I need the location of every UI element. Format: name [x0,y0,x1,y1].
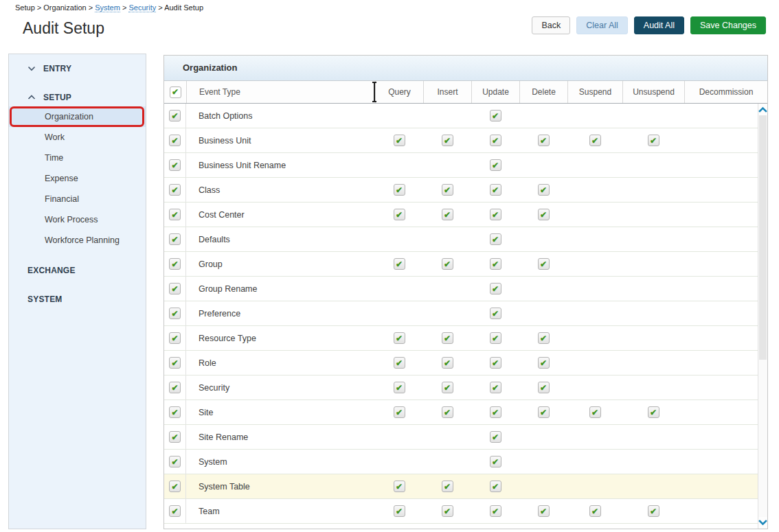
audit-checkbox-delete[interactable]: ✔ [538,357,550,369]
audit-checkbox-unsuspend[interactable]: ✔ [648,505,659,517]
audit-checkbox-delete[interactable]: ✔ [538,135,550,146]
scroll-down-button[interactable] [758,517,767,529]
sidebar-item-financial[interactable]: Financial [9,189,146,209]
audit-checkbox-update[interactable]: ✔ [490,505,501,517]
sidebar-section-setup[interactable]: SETUP [9,89,146,106]
audit-checkbox-insert[interactable]: ✔ [442,382,453,393]
sidebar-item-workforce-planning[interactable]: Workforce Planning [9,230,146,251]
breadcrumb-item-security[interactable]: Security [128,3,156,12]
audit-checkbox-query[interactable]: ✔ [394,481,405,492]
audit-checkbox-update[interactable]: ✔ [490,233,501,245]
audit-checkbox-delete[interactable]: ✔ [538,382,550,393]
audit-checkbox-update[interactable]: ✔ [490,209,501,220]
save-changes-button[interactable]: Save Changes [690,16,766,34]
row-select-checkbox[interactable]: ✔ [169,382,181,393]
audit-checkbox-suspend[interactable]: ✔ [589,505,601,517]
audit-checkbox-query[interactable]: ✔ [394,382,405,393]
sidebar-section-system[interactable]: SYSTEM [9,290,146,308]
scroll-up-button[interactable] [758,104,767,115]
audit-checkbox-update[interactable]: ✔ [490,382,501,393]
row-select-checkbox[interactable]: ✔ [169,110,181,122]
audit-checkbox-unsuspend[interactable]: ✔ [648,406,659,418]
audit-checkbox-update[interactable]: ✔ [490,308,501,319]
row-select-checkbox[interactable]: ✔ [169,481,181,492]
audit-cell-insert: ✔ [423,203,471,227]
audit-checkbox-query[interactable]: ✔ [394,258,405,270]
audit-checkbox-insert[interactable]: ✔ [442,481,453,492]
row-select-checkbox[interactable]: ✔ [169,431,181,443]
sidebar-item-work[interactable]: Work [9,127,146,148]
audit-checkbox-query[interactable]: ✔ [394,184,405,196]
sidebar-item-time[interactable]: Time [9,148,146,168]
row-select-checkbox[interactable]: ✔ [169,233,181,245]
check-icon: ✔ [591,408,598,416]
audit-checkbox-insert[interactable]: ✔ [442,209,453,220]
breadcrumb-separator: > [120,3,129,12]
table-row-role: ✔Role✔✔✔✔ [164,351,758,375]
sidebar-item-expense[interactable]: Expense [9,168,146,189]
audit-checkbox-delete[interactable]: ✔ [538,332,550,344]
audit-checkbox-suspend[interactable]: ✔ [589,135,601,146]
audit-checkbox-insert[interactable]: ✔ [442,357,453,369]
audit-checkbox-insert[interactable]: ✔ [442,184,453,196]
row-select-checkbox[interactable]: ✔ [169,159,181,171]
row-select-checkbox[interactable]: ✔ [169,209,181,220]
audit-checkbox-delete[interactable]: ✔ [538,406,550,418]
column-resize-handle[interactable] [374,82,375,102]
audit-checkbox-delete[interactable]: ✔ [538,184,550,196]
clear-all-button[interactable]: Clear All [576,16,628,34]
audit-checkbox-update[interactable]: ✔ [490,332,501,344]
row-select-checkbox[interactable]: ✔ [169,456,181,467]
row-select-checkbox[interactable]: ✔ [169,184,181,196]
audit-checkbox-delete[interactable]: ✔ [538,505,550,517]
row-select-checkbox[interactable]: ✔ [169,505,181,517]
audit-checkbox-query[interactable]: ✔ [394,209,405,220]
audit-checkbox-update[interactable]: ✔ [490,110,501,122]
row-select-checkbox[interactable]: ✔ [169,406,181,418]
audit-checkbox-insert[interactable]: ✔ [442,505,453,517]
audit-checkbox-insert[interactable]: ✔ [442,332,453,344]
row-select-checkbox[interactable]: ✔ [169,357,181,369]
audit-checkbox-update[interactable]: ✔ [490,258,501,270]
row-select-checkbox[interactable]: ✔ [169,135,181,146]
chevron-down-icon [758,520,767,526]
row-select-checkbox[interactable]: ✔ [169,258,181,270]
audit-checkbox-update[interactable]: ✔ [490,456,501,467]
row-select-checkbox[interactable]: ✔ [169,332,181,344]
audit-checkbox-insert[interactable]: ✔ [442,258,453,270]
sidebar-item-organization[interactable]: Organization [9,106,146,127]
audit-checkbox-update[interactable]: ✔ [490,357,501,369]
sidebar-item-work-process[interactable]: Work Process [9,209,146,230]
audit-checkbox-update[interactable]: ✔ [490,431,501,443]
audit-checkbox-query[interactable]: ✔ [394,505,405,517]
audit-checkbox-query[interactable]: ✔ [394,357,405,369]
breadcrumb-item-system[interactable]: System [95,3,120,12]
vertical-scrollbar[interactable] [758,104,767,529]
audit-checkbox-query[interactable]: ✔ [394,332,405,344]
audit-checkbox-suspend[interactable]: ✔ [589,406,601,418]
audit-checkbox-insert[interactable]: ✔ [442,406,453,418]
audit-checkbox-delete[interactable]: ✔ [538,258,550,270]
audit-checkbox-unsuspend[interactable]: ✔ [648,135,659,146]
select-all-checkbox[interactable]: ✔ [170,86,181,98]
audit-checkbox-update[interactable]: ✔ [490,406,501,418]
audit-checkbox-update[interactable]: ✔ [490,283,501,294]
row-select-checkbox[interactable]: ✔ [169,308,181,319]
audit-cell-suspend [567,104,622,128]
audit-checkbox-query[interactable]: ✔ [394,406,405,418]
audit-checkbox-update[interactable]: ✔ [490,135,501,146]
row-select-checkbox[interactable]: ✔ [169,283,181,294]
scrollbar-thumb[interactable] [759,115,767,360]
sidebar-section-exchange[interactable]: EXCHANGE [9,262,146,279]
audit-checkbox-update[interactable]: ✔ [490,184,501,196]
audit-checkbox-update[interactable]: ✔ [490,481,501,492]
back-button[interactable]: Back [532,16,570,34]
sidebar-section-entry[interactable]: ENTRY [9,60,146,78]
audit-checkbox-update[interactable]: ✔ [490,159,501,171]
audit-all-button[interactable]: Audit All [634,16,684,34]
audit-checkbox-insert[interactable]: ✔ [442,135,453,146]
audit-checkbox-query[interactable]: ✔ [394,135,405,146]
audit-cell-update: ✔ [471,104,519,128]
audit-checkbox-delete[interactable]: ✔ [538,209,550,220]
check-icon: ✔ [171,136,178,144]
